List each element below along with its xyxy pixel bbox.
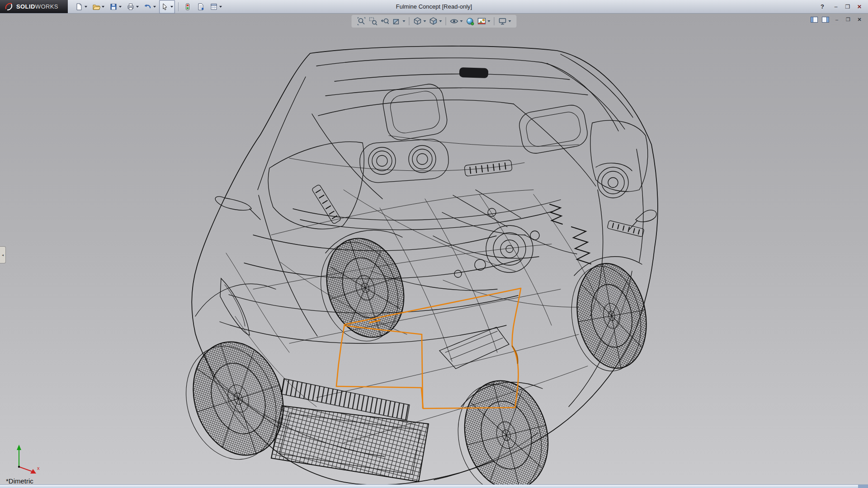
wheel-rear-left: [308, 228, 417, 351]
print-icon: [127, 3, 135, 11]
options-dropdown-arrow[interactable]: [219, 6, 222, 8]
right-headlamp: [596, 163, 632, 198]
open-document-button[interactable]: [90, 0, 106, 14]
print-dropdown-arrow[interactable]: [136, 6, 139, 8]
standard-toolbar: [68, 0, 224, 14]
display-style-dropdown-arrow[interactable]: [439, 20, 442, 22]
hide-show-dropdown-arrow[interactable]: [460, 20, 463, 22]
zoom-to-area-icon: [369, 17, 378, 26]
view-settings-dropdown-arrow[interactable]: [509, 20, 511, 22]
select-dropdown-arrow[interactable]: [170, 6, 173, 8]
options-button[interactable]: [208, 0, 224, 14]
file-properties-button[interactable]: [195, 0, 207, 14]
open-dropdown-arrow[interactable]: [102, 6, 104, 8]
apply-scene-dropdown-arrow[interactable]: [488, 20, 491, 22]
solidworks-app: SOLIDWORKS: [0, 0, 868, 488]
maximize-button[interactable]: ❐: [843, 2, 853, 11]
view-orientation-dropdown-arrow[interactable]: [424, 20, 426, 22]
new-document-button[interactable]: [73, 0, 89, 14]
view-orientation-button[interactable]: [412, 16, 427, 27]
minimize-button[interactable]: –: [831, 2, 841, 11]
select-tool-button[interactable]: [159, 0, 175, 14]
apply-scene-button[interactable]: [476, 16, 491, 27]
feature-pane-toggle-button[interactable]: [810, 16, 818, 23]
new-dropdown-arrow[interactable]: [85, 6, 87, 8]
title-bar: SOLIDWORKS: [0, 0, 868, 14]
document-restore-button[interactable]: ❐: [844, 16, 852, 23]
section-view-dropdown-arrow[interactable]: [403, 20, 406, 22]
hud-separator: [494, 17, 495, 25]
featuremanager-collapsed-tab[interactable]: ◂: [0, 246, 6, 263]
window-controls: ? – ❐ ✕: [818, 2, 868, 11]
section-view-icon: [392, 17, 401, 26]
help-button[interactable]: ?: [818, 3, 826, 11]
view-orientation-cube-icon: [413, 17, 422, 26]
display-pane-icon: [822, 17, 829, 23]
hide-show-eye-icon: [450, 17, 459, 26]
undo-dropdown-arrow[interactable]: [153, 6, 156, 8]
brand-text: SOLIDWORKS: [16, 3, 58, 10]
resize-grip[interactable]: [858, 485, 868, 488]
car-wireframe: [171, 46, 658, 488]
previous-view-button[interactable]: [380, 16, 391, 27]
hud-separator: [446, 17, 446, 25]
select-cursor-icon: [161, 3, 169, 11]
hud-separator: [409, 17, 410, 25]
save-dropdown-arrow[interactable]: [119, 6, 122, 8]
save-button[interactable]: [108, 0, 123, 14]
view-settings-button[interactable]: [497, 16, 512, 27]
close-button[interactable]: ✕: [854, 2, 864, 11]
open-folder-icon: [92, 3, 100, 11]
left-side-badge: [311, 184, 341, 225]
rebuild-button[interactable]: [182, 0, 193, 14]
triad-x-label: x: [37, 465, 40, 471]
rebuild-trafficlight-icon: [184, 3, 192, 11]
edit-appearance-sphere-icon: [466, 17, 475, 26]
solidworks-logo-icon: [5, 2, 14, 11]
display-pane-toggle-button[interactable]: [821, 16, 830, 23]
hide-show-items-button[interactable]: [449, 16, 464, 27]
document-window-controls: – ❐ ✕: [810, 16, 863, 23]
options-grid-icon: [210, 3, 218, 11]
new-document-icon: [75, 3, 83, 11]
zoom-to-fit-icon: [357, 17, 366, 26]
display-style-cube-icon: [429, 17, 438, 26]
print-button[interactable]: [125, 0, 141, 14]
zoom-to-fit-button[interactable]: [356, 16, 367, 27]
left-mirror: [215, 197, 260, 220]
heads-up-view-toolbar: [352, 15, 517, 28]
orientation-triad: x: [17, 445, 40, 474]
view-orientation-label: *Dimetric: [6, 477, 33, 485]
file-properties-icon: [197, 3, 205, 11]
document-minimize-button[interactable]: –: [833, 16, 841, 23]
previous-view-icon: [381, 17, 390, 26]
dash-gauges: [359, 138, 450, 183]
section-view-button[interactable]: [392, 16, 406, 27]
wheel-rear-right: [563, 258, 655, 377]
undo-button[interactable]: [142, 0, 158, 14]
status-bar: [0, 484, 868, 488]
undo-icon: [144, 3, 152, 11]
model-canvas[interactable]: x: [0, 13, 868, 488]
solidworks-logo: SOLIDWORKS: [0, 0, 68, 13]
feature-pane-icon: [811, 17, 818, 23]
view-settings-icon: [498, 17, 507, 26]
document-close-button[interactable]: ✕: [855, 16, 863, 23]
save-icon: [109, 3, 118, 11]
edit-appearance-button[interactable]: [465, 16, 476, 27]
apply-scene-icon: [477, 17, 486, 26]
right-sill-badge: [607, 221, 644, 237]
display-style-button[interactable]: [428, 16, 443, 27]
drivetrain-detail: [371, 190, 591, 291]
zoom-to-area-button[interactable]: [368, 16, 379, 27]
wheel-front-right: [447, 372, 560, 488]
toolbar-separator: [178, 2, 179, 11]
hood-badge: [464, 160, 512, 176]
